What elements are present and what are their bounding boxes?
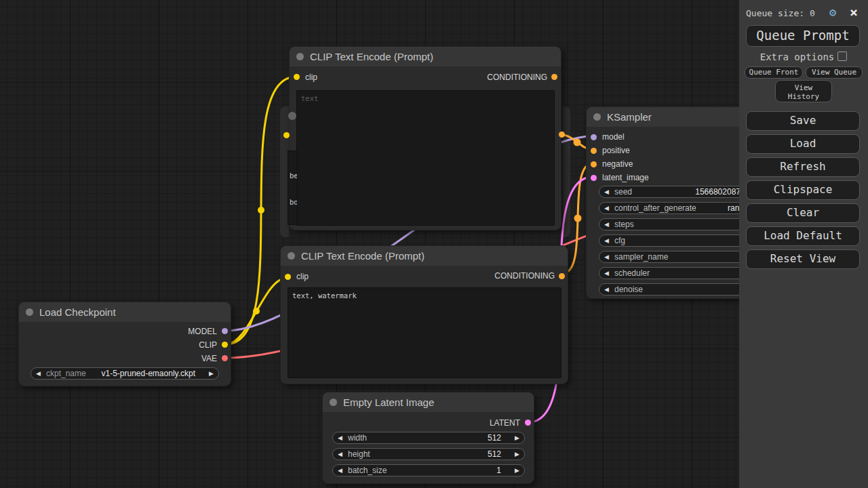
hidden-node-input-dot-clip[interactable] [283, 132, 290, 138]
widget-control-after-generate[interactable]: ◀ control_after_generate randomize [599, 202, 745, 214]
widget-denoise[interactable]: ◀ denoise [599, 283, 745, 296]
widget-steps[interactable]: ◀ steps [599, 218, 745, 230]
clipspace-button[interactable]: Clipspace [746, 180, 860, 200]
prev-option-arrow-icon[interactable]: ◀ [36, 368, 41, 379]
hidden-text-line: be [290, 171, 297, 180]
widget-ckpt-name[interactable]: ◀ ckpt_name v1-5-pruned-emaonly.ckpt ▶ [31, 367, 219, 380]
view-history-line: History [776, 92, 831, 101]
input-label-negative: negative [602, 159, 633, 169]
increment-arrow-icon[interactable]: ▶ [515, 465, 519, 476]
node-title-bar[interactable]: CLIP Text Encode (Prompt) [281, 246, 568, 266]
node-title-bar[interactable]: Load Checkpoint [19, 302, 231, 322]
node-clip-text-encode-top[interactable]: CLIP Text Encode (Prompt) clip CONDITION… [289, 46, 561, 230]
decrement-arrow-icon[interactable]: ◀ [604, 251, 609, 262]
comfy-menu-panel: Queue size: 0 ⚙ × Queue Prompt Extra opt… [739, 0, 868, 488]
input-dot-clip[interactable] [294, 74, 300, 80]
clear-button[interactable]: Clear [746, 203, 860, 223]
widget-label: width [348, 432, 367, 443]
collapse-dot[interactable] [330, 399, 337, 406]
decrement-arrow-icon[interactable]: ◀ [604, 219, 609, 230]
node-title-bar[interactable]: CLIP Text Encode (Prompt) [290, 47, 561, 66]
node-clip-text-encode-bottom[interactable]: CLIP Text Encode (Prompt) clip CONDITION… [280, 245, 568, 384]
decrement-arrow-icon[interactable]: ◀ [604, 284, 609, 295]
widget-cfg[interactable]: ◀ cfg [599, 235, 745, 247]
view-queue-button[interactable]: View Queue [806, 66, 863, 79]
save-button[interactable]: Save [746, 111, 860, 131]
widget-width[interactable]: ◀ width 512 ▶ [332, 432, 525, 444]
widget-label: cfg [614, 235, 625, 246]
node-title-bar[interactable]: KSampler [587, 107, 748, 127]
settings-gear-icon[interactable]: ⚙ [829, 5, 836, 19]
extra-options-checkbox[interactable] [837, 52, 847, 61]
output-dot-conditioning[interactable] [559, 273, 565, 279]
hidden-node-textarea-sliver[interactable]: be bo [288, 150, 298, 225]
output-dot-vae[interactable] [222, 355, 228, 361]
decrement-arrow-icon[interactable]: ◀ [338, 449, 342, 460]
node-title: CLIP Text Encode (Prompt) [301, 250, 425, 262]
load-default-button[interactable]: Load Default [746, 226, 860, 246]
widget-label: seed [614, 186, 632, 197]
input-label-latent-image: latent_image [602, 173, 649, 182]
input-label-positive: positive [602, 146, 630, 155]
output-dot-conditioning[interactable] [551, 74, 557, 80]
decrement-arrow-icon[interactable]: ◀ [338, 465, 342, 476]
input-dot-negative[interactable] [591, 161, 597, 167]
node-empty-latent-image[interactable]: Empty Latent Image LATENT ◀ width 512 ▶ … [322, 392, 534, 484]
widget-label: steps [614, 219, 634, 230]
link-midpoint-dot [253, 308, 260, 314]
hidden-node-collapse-dot [288, 112, 296, 120]
decrement-arrow-icon[interactable]: ◀ [604, 235, 609, 246]
output-label-clip: CLIP [199, 340, 217, 350]
prompt-textarea[interactable]: text [296, 90, 555, 226]
decrement-arrow-icon[interactable]: ◀ [604, 268, 609, 279]
collapse-dot[interactable] [288, 252, 295, 260]
output-label-conditioning: CONDITIONING [487, 73, 547, 82]
reset-view-button[interactable]: Reset View [746, 249, 860, 269]
widget-label: denoise [614, 284, 643, 295]
node-title-bar[interactable]: Empty Latent Image [323, 392, 534, 412]
increment-arrow-icon[interactable]: ▶ [515, 432, 519, 443]
decrement-arrow-icon[interactable]: ◀ [338, 432, 342, 443]
input-label-clip: clip [296, 272, 309, 281]
input-dot-positive[interactable] [591, 148, 597, 154]
extra-options-row: Extra options [739, 52, 868, 62]
widget-value: 512 [488, 432, 501, 443]
collapse-dot[interactable] [296, 53, 304, 60]
extra-options-label: Extra options [760, 52, 835, 62]
output-dot-clip[interactable] [222, 342, 228, 348]
widget-batch-size[interactable]: ◀ batch_size 1 ▶ [332, 464, 525, 476]
input-label-model: model [602, 132, 625, 142]
collapse-dot[interactable] [593, 113, 601, 121]
output-dot-model[interactable] [222, 328, 228, 334]
load-button[interactable]: Load [746, 134, 860, 154]
link-midpoint-dot [258, 207, 264, 214]
decrement-arrow-icon[interactable]: ◀ [604, 186, 609, 197]
widget-seed[interactable]: ◀ seed 1566802087 [599, 186, 745, 198]
link-midpoint-dot [574, 139, 581, 146]
increment-arrow-icon[interactable]: ▶ [515, 449, 519, 460]
input-dot-latent-image[interactable] [591, 175, 597, 181]
node-load-checkpoint[interactable]: Load Checkpoint MODEL CLIP VAE ◀ ckpt_na… [18, 302, 231, 386]
input-dot-clip[interactable] [285, 274, 291, 280]
close-icon[interactable]: × [850, 4, 858, 20]
output-dot-latent[interactable] [525, 420, 531, 426]
node-ksampler[interactable]: KSampler model positive negative latent_… [586, 106, 749, 299]
widget-scheduler[interactable]: ◀ scheduler [599, 267, 745, 279]
view-history-line: View [776, 83, 831, 92]
next-option-arrow-icon[interactable]: ▶ [209, 368, 214, 379]
view-history-button[interactable]: View History [775, 80, 832, 102]
widget-label: batch_size [348, 465, 387, 476]
prompt-textarea[interactable]: text, watermark [288, 287, 561, 378]
hidden-node-output-dot-conditioning[interactable] [559, 131, 565, 138]
widget-sampler-name[interactable]: ◀ sampler_name [599, 251, 745, 263]
refresh-button[interactable]: Refresh [746, 157, 860, 177]
decrement-arrow-icon[interactable]: ◀ [604, 203, 609, 214]
queue-prompt-button[interactable]: Queue Prompt [746, 25, 860, 47]
input-dot-model[interactable] [591, 134, 597, 140]
output-label-conditioning: CONDITIONING [494, 271, 555, 281]
queue-size-value: 0 [810, 8, 815, 18]
widget-height[interactable]: ◀ height 512 ▶ [332, 448, 525, 460]
collapse-dot[interactable] [26, 308, 33, 316]
queue-front-button[interactable]: Queue Front [745, 66, 803, 79]
input-label-clip: clip [305, 73, 317, 82]
